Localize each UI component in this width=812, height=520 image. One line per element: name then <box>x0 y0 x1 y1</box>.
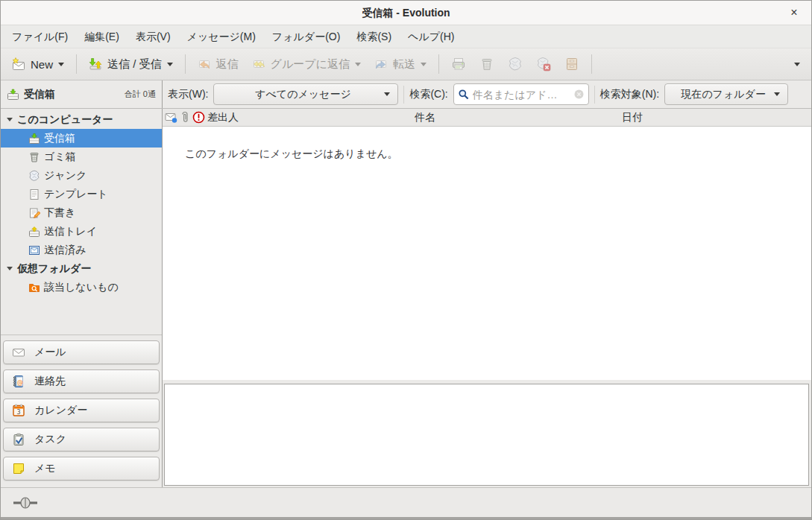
switcher-calendar-button[interactable]: 3 カレンダー <box>3 399 160 422</box>
importance-column-icon[interactable] <box>192 111 205 124</box>
preview-pane[interactable] <box>164 384 809 486</box>
menu-item-message[interactable]: メッセージ(M) <box>179 25 264 48</box>
folder-item-unmatched[interactable]: 該当しないもの <box>1 278 162 297</box>
view-switcher: メール @ 連絡先 <box>1 334 162 487</box>
column-date[interactable]: 日付 <box>622 109 643 126</box>
reply-group-button[interactable]: グループに返信 <box>245 52 368 77</box>
junk-icon <box>508 57 523 72</box>
search-scope-dropdown[interactable]: 現在のフォルダー <box>664 83 788 105</box>
clear-search-icon[interactable] <box>573 89 585 100</box>
dropdown-arrow-icon <box>167 63 173 66</box>
empty-folder-message: このフォルダーにメッセージはありません。 <box>163 127 811 161</box>
expander-icon[interactable] <box>7 118 13 121</box>
reply-button-label: 返信 <box>216 57 239 72</box>
message-area: 差出人 件名 日付 このフォルダーにメッセージはありません。 <box>163 109 811 487</box>
filter-controls: 表示(W): すべてのメッセージ 検索(C): <box>163 80 811 108</box>
sent-icon <box>28 244 40 256</box>
switcher-label: 連絡先 <box>34 375 66 388</box>
menu-item-edit[interactable]: 編集(E) <box>76 25 128 48</box>
folder-item-label: ゴミ箱 <box>44 150 76 164</box>
folder-item-trash[interactable]: ゴミ箱 <box>1 148 162 166</box>
toolbar-separator <box>185 54 186 74</box>
show-filter-value: すべてのメッセージ <box>221 88 384 101</box>
forward-button-label: 転送 <box>393 57 415 72</box>
search-input-box <box>453 83 589 105</box>
switcher-tasks-button[interactable]: タスク <box>3 428 160 451</box>
delete-button[interactable] <box>473 51 501 77</box>
menu-item-folder[interactable]: フォルダー(O) <box>264 25 349 48</box>
current-folder-icon <box>7 88 19 101</box>
not-junk-button[interactable] <box>529 51 558 77</box>
menu-item-search[interactable]: 検索(S) <box>348 25 400 48</box>
dropdown-arrow-icon <box>58 63 64 66</box>
expander-icon[interactable] <box>7 267 13 270</box>
new-button[interactable]: New <box>5 52 71 76</box>
search-scope-value: 現在のフォルダー <box>673 88 774 101</box>
column-from[interactable]: 差出人 <box>207 111 239 124</box>
menu-item-file[interactable]: ファイル(F) <box>4 25 76 48</box>
reply-button[interactable]: 返信 <box>191 52 245 77</box>
folder-item-sent[interactable]: 送信済み <box>1 241 162 259</box>
column-subject[interactable]: 件名 <box>415 109 435 126</box>
switcher-contacts-button[interactable]: @ 連絡先 <box>3 370 160 393</box>
status-column-icon[interactable] <box>165 111 177 124</box>
folder-item-templates[interactable]: テンプレート <box>1 185 162 203</box>
tree-group-search-folders[interactable]: 仮想フォルダー <box>1 259 162 278</box>
attachment-column-icon[interactable] <box>180 111 190 124</box>
send-receive-label: 送信 / 受信 <box>107 57 162 72</box>
folder-item-label: テンプレート <box>44 188 108 201</box>
window-body: このコンピューター 受信箱 <box>1 109 811 487</box>
search-folder-icon <box>28 282 40 294</box>
show-filter-dropdown[interactable]: すべてのメッセージ <box>213 83 398 105</box>
search-input[interactable] <box>473 89 570 101</box>
current-folder-pane: 受信箱 合計 0通 <box>1 80 163 108</box>
current-folder-label: 受信箱 <box>24 88 55 101</box>
menubar: ファイル(F) 編集(E) 表示(V) メッセージ(M) フォルダー(O) 検索… <box>1 25 811 48</box>
folder-item-label: 該当しないもの <box>44 281 119 294</box>
folder-item-label: 受信箱 <box>44 132 75 145</box>
tree-group-label: このコンピューター <box>17 113 113 127</box>
folder-item-outbox[interactable]: 送信トレイ <box>1 222 162 241</box>
message-list[interactable]: このフォルダーにメッセージはありません。 <box>163 127 811 380</box>
folder-item-label: ジャンク <box>44 169 86 183</box>
trash-icon <box>28 151 40 163</box>
send-receive-button[interactable]: 送信 / 受信 <box>82 52 180 77</box>
print-icon <box>451 57 466 72</box>
forward-icon <box>374 57 388 71</box>
folder-item-drafts[interactable]: 下書き <box>1 203 162 222</box>
memo-icon <box>12 462 25 475</box>
search-scope-label: 検索対象(N): <box>600 88 659 101</box>
close-button[interactable]: × <box>786 1 802 25</box>
message-count-label: 合計 0通 <box>125 89 156 100</box>
folder-tree: このコンピューター 受信箱 <box>1 109 162 297</box>
switcher-label: メモ <box>34 462 56 475</box>
search-icon <box>458 89 470 101</box>
dropdown-arrow-icon <box>384 92 390 96</box>
print-button[interactable] <box>444 51 473 77</box>
show-filter-label: 表示(W): <box>168 88 208 101</box>
dropdown-arrow-icon <box>421 63 427 66</box>
toolbar-overflow-button[interactable] <box>787 57 807 72</box>
pane-toggle-button[interactable] <box>13 497 38 509</box>
menu-item-view[interactable]: 表示(V) <box>128 25 179 48</box>
junk-button[interactable] <box>501 51 529 77</box>
send-receive-icon <box>89 57 102 71</box>
forward-button[interactable]: 転送 <box>368 52 433 77</box>
switcher-memos-button[interactable]: メモ <box>3 457 160 481</box>
filterbar-separator <box>594 86 595 104</box>
tasks-icon <box>12 433 25 446</box>
menu-item-help[interactable]: ヘルプ(H) <box>400 25 462 48</box>
toolbar: New 送信 / 受信 返信 <box>1 48 811 80</box>
archive-button[interactable] <box>558 51 586 77</box>
calendar-icon: 3 <box>12 404 25 417</box>
reply-icon <box>198 57 211 71</box>
folder-item-inbox[interactable]: 受信箱 <box>1 129 162 148</box>
inbox-icon <box>28 133 40 145</box>
sidebar: このコンピューター 受信箱 <box>1 109 163 487</box>
tree-group-this-computer[interactable]: このコンピューター <box>1 110 162 129</box>
switcher-mail-button[interactable]: メール <box>3 340 160 364</box>
folder-item-junk[interactable]: ジャンク <box>1 166 162 185</box>
window-title: 受信箱 - Evolution <box>1 1 811 25</box>
contacts-icon: @ <box>12 375 25 388</box>
not-junk-icon <box>536 57 551 72</box>
